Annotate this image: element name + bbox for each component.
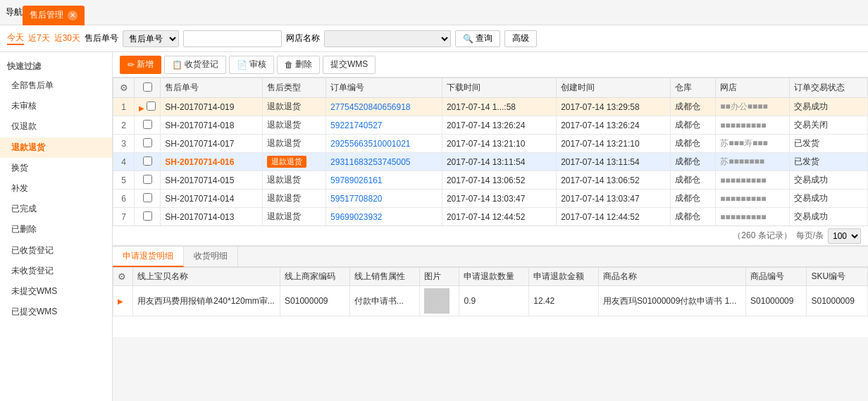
delete-button[interactable]: 🗑 删除 xyxy=(277,56,320,74)
bottom-col-sale-attr: 线上销售属性 xyxy=(349,268,419,286)
sidebar-item-refund-return[interactable]: 退款退货 xyxy=(0,137,112,158)
sidebar-item-not-received[interactable]: 未收货登记 xyxy=(0,261,112,281)
submit-wms-button[interactable]: 提交WMS xyxy=(323,56,376,74)
table-row[interactable]: 4 SH-20170714-016 退款退货 29311683253745005… xyxy=(113,153,868,171)
table-row[interactable]: 3 SH-20170714-017 退款退货 29255663510001021… xyxy=(113,135,868,153)
col-shop: 网店 xyxy=(716,78,790,98)
sidebar-item-submitted-wms[interactable]: 已提交WMS xyxy=(0,302,112,322)
bottom-col-goods-name: 商品名称 xyxy=(598,268,745,286)
sidebar-item-exchange[interactable]: 换货 xyxy=(0,158,112,178)
bottom-refund-qty: 0.9 xyxy=(459,286,529,316)
row-warehouse: 成都仓 xyxy=(671,171,716,190)
row-created-time: 2017-07-14 13:29:58 xyxy=(557,98,671,116)
row-checkbox-cell[interactable]: ▶ xyxy=(135,98,161,116)
bottom-table: ⚙ 线上宝贝名称 线上商家编码 线上销售属性 图片 申请退款数量 申请退款金额 … xyxy=(113,267,868,316)
tab-refund-detail[interactable]: 申请退货明细 xyxy=(113,247,184,267)
shop-select[interactable] xyxy=(324,30,451,47)
sidebar-item-received[interactable]: 已收货登记 xyxy=(0,240,112,261)
bottom-col-merchant-code: 线上商家编码 xyxy=(280,268,350,286)
per-page-label: 每页/条 xyxy=(796,230,824,242)
main-table-wrapper[interactable]: ⚙ 售后单号 售后类型 订单编号 下载时间 创建时间 仓库 网店 订单交易状态 … xyxy=(113,78,868,226)
main-table: ⚙ 售后单号 售后类型 订单编号 下载时间 创建时间 仓库 网店 订单交易状态 … xyxy=(113,78,868,226)
table-row[interactable]: 7 SH-20170714-013 退款退货 59699023932 2017-… xyxy=(113,208,868,226)
table-row[interactable]: 2 SH-20170714-018 退款退货 59221740527 2017-… xyxy=(113,116,868,135)
row-type: 退款退货 xyxy=(263,208,326,226)
row-download-time: 2017-07-14 13:03:47 xyxy=(442,190,556,208)
bottom-row-flag: ▶ xyxy=(113,286,133,316)
col-checkbox-header[interactable] xyxy=(135,78,161,98)
row-created-time: 2017-07-14 12:44:52 xyxy=(557,208,671,226)
row-num: 5 xyxy=(113,171,135,190)
date-filter-7days[interactable]: 近7天 xyxy=(28,32,50,44)
receipt-button[interactable]: 📋 收货登记 xyxy=(164,56,226,74)
audit-button[interactable]: 📄 审核 xyxy=(229,56,274,74)
nav-label: 导航 xyxy=(6,6,23,18)
row-checkbox[interactable] xyxy=(143,193,152,202)
row-checkbox[interactable] xyxy=(143,156,152,166)
main-layout: 快速过滤 全部售后单 未审核 仅退款 退款退货 换货 补发 已完成 已删除 已收… xyxy=(0,52,868,401)
row-type: 退款退货 xyxy=(263,171,326,190)
row-checkbox[interactable] xyxy=(147,101,156,111)
row-checkbox-cell[interactable] xyxy=(135,208,161,226)
row-checkbox-cell[interactable] xyxy=(135,190,161,208)
row-num: 4 xyxy=(113,153,135,171)
sidebar-item-completed[interactable]: 已完成 xyxy=(0,199,112,219)
bottom-col-image: 图片 xyxy=(419,268,459,286)
bottom-table-wrapper[interactable]: ⚙ 线上宝贝名称 线上商家编码 线上销售属性 图片 申请退款数量 申请退款金额 … xyxy=(113,267,868,337)
per-page-select[interactable]: 100 20 50 200 xyxy=(828,228,861,244)
sidebar-item-supplement[interactable]: 补发 xyxy=(0,178,112,199)
query-button[interactable]: 🔍 查询 xyxy=(455,30,500,47)
bottom-col-settings[interactable]: ⚙ xyxy=(113,268,133,286)
row-aftersale-id: SH-20170714-013 xyxy=(161,208,263,226)
nav-tab-close[interactable]: ✕ xyxy=(68,11,78,20)
sidebar-item-all[interactable]: 全部售后单 xyxy=(0,75,112,96)
row-warehouse: 成都仓 xyxy=(671,190,716,208)
table-row[interactable]: 6 SH-20170714-014 退款退货 59517708820 2017-… xyxy=(113,190,868,208)
col-order-id: 订单编号 xyxy=(326,78,442,98)
row-type: 退款退货 xyxy=(263,153,326,171)
row-order-id: 59221740527 xyxy=(326,116,442,135)
row-download-time: 2017-07-14 12:44:52 xyxy=(442,208,556,226)
field-select[interactable]: 售后单号 xyxy=(123,30,179,47)
row-checkbox[interactable] xyxy=(143,211,152,221)
row-num: 2 xyxy=(113,116,135,135)
date-filter-today[interactable]: 今天 xyxy=(7,32,24,45)
tab-receipt-detail[interactable]: 收货明细 xyxy=(184,247,238,266)
col-settings-header[interactable]: ⚙ xyxy=(113,78,135,98)
row-download-time: 2017-07-14 13:11:54 xyxy=(442,153,556,171)
search-input[interactable] xyxy=(183,30,282,47)
row-created-time: 2017-07-14 13:26:24 xyxy=(557,116,671,135)
row-aftersale-id: SH-20170714-014 xyxy=(161,190,263,208)
bottom-goods-name: 用友西玛S01000009付款申请书 1... xyxy=(598,286,745,316)
sidebar-item-pending[interactable]: 未审核 xyxy=(0,96,112,116)
row-status: 交易成功 xyxy=(790,171,868,190)
row-num: 7 xyxy=(113,208,135,226)
row-checkbox-cell[interactable] xyxy=(135,171,161,190)
row-num: 6 xyxy=(113,190,135,208)
row-order-id: 27754520840656918 xyxy=(326,98,442,116)
add-button[interactable]: ✏ 新增 xyxy=(120,56,161,74)
table-row[interactable]: 5 SH-20170714-015 退款退货 59789026161 2017-… xyxy=(113,171,868,190)
advanced-button[interactable]: 高级 xyxy=(504,30,537,47)
nav-tab-aftersale[interactable]: 售后管理 ✕ xyxy=(23,6,85,25)
row-checkbox-cell[interactable] xyxy=(135,153,161,171)
row-checkbox-cell[interactable] xyxy=(135,116,161,135)
row-checkbox[interactable] xyxy=(143,175,152,184)
table-row[interactable]: 1 ▶ SH-20170714-019 退款退货 277545208406569… xyxy=(113,98,868,116)
col-download-time: 下载时间 xyxy=(442,78,556,98)
row-checkbox-cell[interactable] xyxy=(135,135,161,153)
bottom-flag-icon: ▶ xyxy=(118,297,123,305)
sidebar-item-deleted[interactable]: 已删除 xyxy=(0,219,112,240)
row-checkbox[interactable] xyxy=(143,138,152,147)
sidebar-item-not-wms[interactable]: 未提交WMS xyxy=(0,281,112,302)
date-filter-30days[interactable]: 近30天 xyxy=(54,32,80,44)
row-shop: 苏■■■■■■■ xyxy=(716,153,790,171)
shop-label: 网店名称 xyxy=(286,32,320,44)
row-created-time: 2017-07-14 13:03:47 xyxy=(557,190,671,208)
sidebar-item-refund-only[interactable]: 仅退款 xyxy=(0,116,112,137)
row-order-id: 59789026161 xyxy=(326,171,442,190)
bottom-table-row[interactable]: ▶ 用友西玛费用报销单240*120mm审... S01000009 付款申请书… xyxy=(113,286,868,316)
row-type: 退款退货 xyxy=(263,116,326,135)
row-checkbox[interactable] xyxy=(143,120,152,129)
select-all-checkbox[interactable] xyxy=(143,82,152,92)
